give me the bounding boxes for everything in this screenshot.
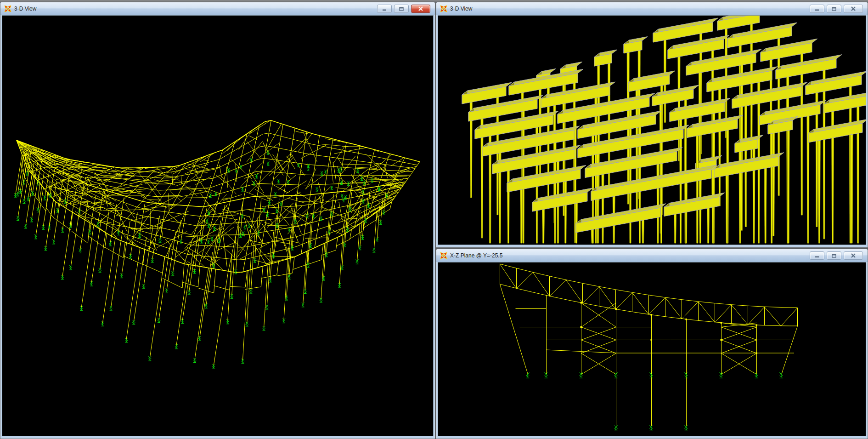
sap2000-model-icon	[440, 252, 447, 259]
window-title: X-Z Plane @ Y=-25.5	[450, 252, 810, 259]
window-title: 3-D View	[450, 6, 810, 12]
window-title: 3-D View	[14, 6, 377, 12]
minimize-button[interactable]	[810, 251, 824, 260]
close-button[interactable]	[844, 251, 863, 260]
viewport-3d-extruded-model[interactable]	[438, 16, 866, 245]
close-button[interactable]	[844, 5, 863, 13]
viewport-frame	[438, 262, 866, 436]
restore-button[interactable]	[394, 5, 409, 13]
titlebar[interactable]: X-Z Plane @ Y=-25.5	[436, 249, 868, 262]
minimize-button[interactable]	[377, 5, 392, 13]
sap2000-model-icon	[4, 5, 11, 12]
restore-button[interactable]	[827, 5, 841, 13]
titlebar[interactable]: 3-D View	[0, 2, 435, 15]
viewport-3d-wireframe-model[interactable]	[2, 16, 433, 435]
sap2000-model-icon	[440, 5, 447, 12]
window-xz-plane: X-Z Plane @ Y=-25.5	[436, 249, 868, 439]
window-3d-view-extruded: 3-D View	[436, 2, 868, 248]
window-3d-view-left: 3-D View	[0, 2, 435, 439]
titlebar[interactable]: 3-D View	[436, 2, 868, 15]
restore-button[interactable]	[827, 251, 841, 260]
viewport-xz-elevation[interactable]	[438, 262, 866, 436]
viewport-frame	[438, 15, 866, 245]
minimize-button[interactable]	[810, 5, 824, 13]
close-button[interactable]	[411, 5, 430, 13]
viewport-frame	[2, 15, 434, 436]
